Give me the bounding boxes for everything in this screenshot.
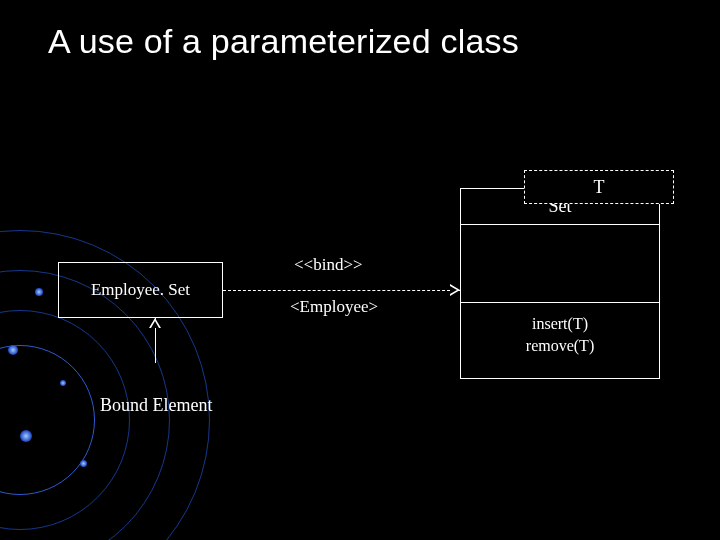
bound-element-box: Employee. Set <box>58 262 223 318</box>
class-operations-compartment: insert(T) remove(T) <box>461 303 659 378</box>
bind-stereotype-label: <<bind>> <box>294 255 363 275</box>
bind-argument-label: <Employee> <box>290 297 378 317</box>
class-operation: insert(T) <box>469 313 651 335</box>
bind-dependency-arrowhead <box>450 284 460 296</box>
bound-element-name: Employee. Set <box>91 280 190 300</box>
template-parameter: T <box>594 177 605 198</box>
class-box-set: Set insert(T) remove(T) <box>460 188 660 379</box>
annotation-arrow-head <box>149 318 161 328</box>
class-operation: remove(T) <box>469 335 651 357</box>
slide-title: A use of a parameterized class <box>48 22 519 61</box>
class-attributes-compartment <box>461 225 659 303</box>
bind-dependency-line <box>223 290 460 291</box>
template-parameter-box: T <box>524 170 674 204</box>
bound-element-annotation: Bound Element <box>100 395 212 416</box>
